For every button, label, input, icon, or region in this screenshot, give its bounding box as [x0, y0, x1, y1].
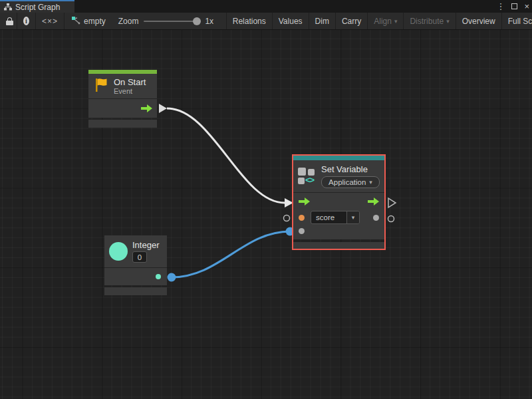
variable-name-input-port[interactable] — [299, 215, 305, 221]
output-flow-port[interactable] — [141, 104, 152, 112]
set-variable-header[interactable]: <> Set Variable Application ▾ — [293, 160, 384, 192]
relations-label: Relations — [233, 17, 266, 26]
lock-icon — [6, 17, 11, 25]
info-icon: i — [23, 17, 29, 25]
new-value-row — [293, 225, 384, 239]
zoom-slider[interactable] — [144, 21, 200, 22]
toolbar-buttons: Relations Values Dim Carry Align ▾ Distr… — [226, 13, 532, 29]
variable-name-row: score ▾ — [293, 210, 384, 225]
carry-button[interactable]: Carry — [336, 13, 368, 29]
variable-name-select[interactable]: score ▾ — [311, 211, 360, 224]
chevron-down-icon: ▾ — [394, 18, 398, 25]
titlebar: Script Graph ⋮ × — [0, 0, 532, 13]
tab-script-graph[interactable]: Script Graph — [0, 0, 74, 13]
node-on-start[interactable]: On Start Event — [88, 70, 157, 128]
flow-wire[interactable] — [167, 108, 285, 203]
node-title: On Start — [114, 77, 146, 87]
node-footer — [104, 287, 167, 295]
on-start-port-row — [88, 99, 157, 118]
variable-scope-dropdown[interactable]: Application ▾ — [321, 176, 380, 188]
dim-label: Dim — [315, 17, 329, 26]
integer-value-field[interactable]: 0 — [132, 251, 147, 263]
full-screen-label: Full Screen — [508, 17, 532, 26]
maximize-icon[interactable] — [511, 3, 517, 9]
align-button[interactable]: Align ▾ — [368, 13, 404, 29]
value-wire[interactable] — [172, 231, 290, 277]
flag-icon — [94, 77, 108, 96]
graph-pointer-icon — [71, 16, 80, 27]
values-label: Values — [279, 17, 303, 26]
flow-wire-start-arrow[interactable] — [159, 104, 167, 113]
integer-port-row — [104, 268, 167, 285]
values-button[interactable]: Values — [273, 13, 309, 29]
dim-button[interactable]: Dim — [309, 13, 336, 29]
code-preview-icon: <×> — [42, 17, 58, 26]
lock-button[interactable] — [0, 13, 17, 29]
align-label: Align — [374, 17, 392, 26]
overview-label: Overview — [462, 17, 495, 26]
overview-button[interactable]: Overview — [456, 13, 502, 29]
node-footer — [88, 120, 157, 128]
full-screen-button[interactable]: Full Screen — [502, 13, 532, 29]
zoom-slider-knob[interactable] — [193, 17, 201, 25]
relations-button[interactable]: Relations — [227, 13, 273, 29]
graph-pointer-label: empty — [84, 17, 106, 26]
chevron-down-icon: ▾ — [446, 18, 450, 25]
new-value-input-port[interactable] — [299, 228, 305, 234]
node-integer[interactable]: Integer 0 — [104, 235, 167, 295]
output-flow-port[interactable] — [368, 198, 379, 205]
integer-type-icon — [109, 242, 128, 261]
node-footer — [293, 242, 384, 249]
chevron-down-icon[interactable]: ▾ — [346, 211, 359, 223]
distribute-button[interactable]: Distribute ▾ — [404, 13, 456, 29]
info-button[interactable]: i — [17, 13, 36, 29]
value-wire-start-dot[interactable] — [168, 273, 176, 282]
unconnected-input-circle[interactable] — [284, 215, 290, 221]
graph-hierarchy-icon — [4, 3, 12, 11]
graph-toolbar: i <×> empty Zoom 1x Relations Values Dim… — [0, 13, 532, 30]
graph-canvas[interactable]: On Start Event <> Set Variable Applicati… — [0, 30, 532, 399]
window-controls: ⋮ × — [496, 0, 529, 13]
variable-name-value: score — [311, 213, 346, 221]
code-preview-button[interactable]: <×> — [36, 13, 65, 29]
flow-port-row — [293, 193, 384, 210]
node-title: Integer — [132, 240, 159, 250]
tab-label: Script Graph — [15, 3, 60, 12]
close-icon[interactable]: × — [524, 0, 529, 13]
integer-header[interactable]: Integer 0 — [104, 235, 167, 267]
input-flow-port[interactable] — [299, 198, 310, 205]
zoom-control: Zoom 1x — [112, 13, 226, 29]
variables-icon: <> — [298, 168, 317, 186]
unconnected-output-circle[interactable] — [388, 216, 394, 222]
variable-accent-stripe — [293, 156, 384, 160]
integer-output-port[interactable] — [156, 274, 161, 279]
carry-label: Carry — [342, 17, 361, 26]
node-subtitle: Event — [114, 87, 146, 95]
graph-pointer-indicator: empty — [65, 13, 112, 29]
zoom-value: 1x — [205, 17, 213, 26]
node-set-variable[interactable]: <> Set Variable Application ▾ score — [292, 154, 386, 250]
scope-value: Application — [329, 178, 366, 186]
chevron-down-icon: ▾ — [369, 179, 372, 186]
unconnected-output-triangle[interactable] — [388, 198, 396, 207]
code-glyph: <> — [305, 175, 314, 185]
menu-icon[interactable]: ⋮ — [496, 0, 505, 13]
value-output-port[interactable] — [373, 215, 379, 221]
on-start-header[interactable]: On Start Event — [88, 74, 157, 98]
zoom-label: Zoom — [118, 17, 139, 26]
distribute-label: Distribute — [410, 17, 444, 26]
node-title: Set Variable — [321, 164, 380, 174]
wires-layer — [0, 30, 532, 399]
